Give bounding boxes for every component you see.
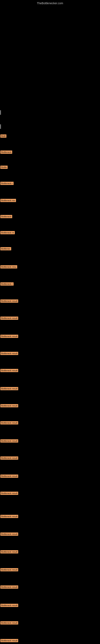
result-label-23: Bottleneck result: [0, 515, 18, 518]
result-label-16: Bottleneck result: [0, 387, 18, 390]
result-label-14: Bottleneck result: [0, 352, 18, 355]
result-label-18: Bottleneck result: [0, 421, 18, 424]
result-label-5: Bottleneck res: [0, 199, 16, 202]
result-label-4: Bottleneck r: [0, 182, 14, 185]
result-label-1: Bottl: [0, 134, 6, 138]
result-label-26: Bottleneck result: [0, 568, 18, 571]
result-label-19: Bottleneck result: [0, 439, 18, 442]
main-content: Bottl Bottleneck Bottle Bottleneck r Bot…: [0, 6, 100, 644]
result-label-2: Bottleneck: [0, 150, 12, 154]
result-label-11: Bottleneck result: [0, 300, 18, 303]
result-label-20: Bottleneck result: [0, 456, 18, 460]
result-label-29: Bottleneck result: [0, 621, 18, 624]
result-label-3: Bottle: [0, 166, 8, 169]
result-label-9: Bottleneck resu: [0, 265, 17, 268]
result-label-28: Bottleneck result: [0, 604, 18, 607]
result-label-21: Bottleneck result: [0, 474, 18, 478]
result-label-17: Bottleneck result: [0, 404, 18, 407]
result-label-27: Bottleneck result: [0, 586, 18, 589]
site-title: TheBottlenecker.com: [0, 0, 100, 6]
cursor-line-1: [0, 110, 1, 115]
result-label-30: Bottleneck result: [0, 639, 18, 642]
result-label-24: Bottleneck result: [0, 532, 18, 536]
result-label-25: Bottleneck result: [0, 550, 18, 554]
result-label-22: Bottleneck result: [0, 492, 18, 495]
result-label-6: Bottleneck: [0, 215, 12, 218]
result-label-13: Bottleneck result: [0, 335, 18, 338]
result-label-8: Bottlenec: [0, 247, 11, 250]
result-label-7: Bottleneck re: [0, 231, 15, 234]
result-label-10: Bottleneck r: [0, 282, 14, 286]
result-label-15: Bottleneck result: [0, 369, 18, 372]
result-label-12: Bottleneck result: [0, 316, 18, 320]
cursor-line-2: [0, 124, 1, 129]
